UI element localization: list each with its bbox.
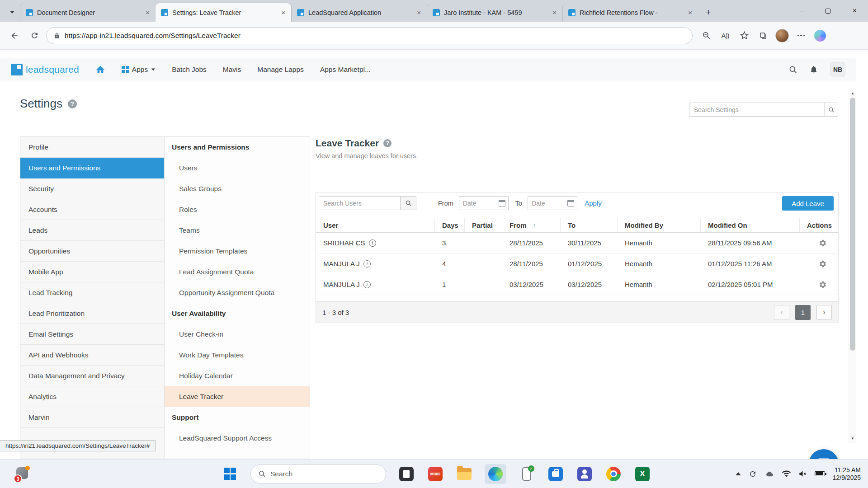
submenu-item-opportunity-assignment-quota[interactable]: Opportunity Assignment Quota	[165, 282, 310, 303]
column-user[interactable]: User	[316, 218, 435, 232]
row-actions-button[interactable]	[800, 260, 838, 268]
back-button[interactable]	[6, 28, 23, 44]
nav-mavis[interactable]: Mavis	[223, 66, 241, 74]
settings-search-input[interactable]	[689, 106, 824, 113]
battery-icon[interactable]	[815, 471, 825, 476]
sidebar-item-analytics[interactable]: Analytics	[20, 386, 164, 407]
tab-close-icon[interactable]: ×	[551, 9, 558, 16]
read-aloud-button[interactable]: A))	[717, 28, 733, 44]
scroll-down-arrow[interactable]: ▼	[849, 435, 856, 442]
taskbar-notification-area[interactable]: 3	[14, 466, 31, 483]
favorite-button[interactable]	[736, 28, 752, 44]
submenu-item-lead-assignment-quota[interactable]: Lead Assignment Quota	[165, 262, 310, 282]
submenu-item-roles[interactable]: Roles	[165, 199, 310, 220]
tab-search-button[interactable]	[5, 5, 20, 20]
sidebar-item-mobile-app[interactable]: Mobile App	[20, 262, 164, 282]
submenu-item-sales-groups[interactable]: Sales Groups	[165, 178, 310, 199]
submenu-item-teams[interactable]: Teams	[165, 220, 310, 241]
favorites-bar-button[interactable]	[755, 28, 771, 44]
calendar-icon[interactable]	[499, 200, 505, 206]
tray-chevron-up-icon[interactable]	[736, 472, 741, 475]
settings-search-button[interactable]	[824, 103, 838, 116]
row-actions-button[interactable]	[800, 239, 838, 247]
onedrive-cloud-icon[interactable]	[764, 470, 774, 478]
taskbar-app-store[interactable]	[547, 465, 564, 483]
close-button[interactable]: ×	[841, 0, 868, 22]
taskbar-search[interactable]: Search	[250, 465, 386, 483]
previous-page-button[interactable]: ‹	[774, 305, 789, 320]
from-date-input[interactable]	[463, 200, 497, 207]
taskbar-app-teams[interactable]	[576, 465, 593, 483]
sidebar-item-opportunities[interactable]: Opportunities	[20, 241, 164, 262]
search-users-input[interactable]	[319, 196, 400, 210]
column-days[interactable]: Days	[435, 218, 465, 232]
taskbar-app-notepad[interactable]	[398, 465, 415, 483]
column-to[interactable]: To	[561, 218, 618, 232]
chat-widget-button[interactable]	[809, 449, 839, 459]
submenu-item-leadsquared-support-access[interactable]: LeadSquared Support Access	[165, 428, 310, 449]
submenu-item-users[interactable]: Users	[165, 158, 310, 178]
nav-batch-jobs[interactable]: Batch Jobs	[172, 66, 207, 74]
tab-close-icon[interactable]: ×	[415, 9, 422, 16]
calendar-icon[interactable]	[567, 200, 574, 206]
submenu-item-user-check-in[interactable]: User Check-in	[165, 324, 310, 345]
bell-icon[interactable]	[809, 65, 818, 74]
to-date-input[interactable]	[532, 200, 566, 207]
submenu-item-holiday-calendar[interactable]: Holiday Calendar	[165, 366, 310, 386]
sidebar-item-lead-tracking[interactable]: Lead Tracking	[20, 282, 164, 303]
column-modified-on[interactable]: Modified On	[701, 218, 800, 232]
info-icon[interactable]: i	[369, 239, 376, 247]
submenu-item-leave-tracker[interactable]: Leave Tracker	[165, 386, 310, 407]
column-from[interactable]: From↑	[502, 218, 561, 232]
taskbar-app-excel[interactable]: X	[634, 465, 651, 483]
tab-close-icon[interactable]: ×	[144, 9, 151, 16]
sidebar-item-accounts[interactable]: Accounts	[20, 199, 164, 220]
nav-home[interactable]	[95, 65, 105, 75]
tab-jaro-institute[interactable]: Jaro Institute - KAM - 5459 ×	[427, 3, 562, 22]
column-partial[interactable]: Partial	[465, 218, 502, 232]
address-bar[interactable]: https://app-in21.leadsquared.com/Setting…	[46, 27, 693, 44]
tab-document-designer[interactable]: Document Designer ×	[20, 3, 156, 22]
copilot-button[interactable]	[812, 28, 828, 44]
search-icon[interactable]	[788, 65, 797, 74]
volume-muted-icon[interactable]	[798, 469, 807, 478]
submenu-item-permission-templates[interactable]: Permission Templates	[165, 241, 310, 262]
start-button[interactable]	[222, 465, 239, 483]
row-actions-button[interactable]	[800, 281, 838, 289]
taskbar-app-edge-active[interactable]	[485, 464, 506, 484]
tab-close-icon[interactable]: ×	[280, 9, 287, 16]
nav-apps-marketplace[interactable]: Apps Marketpl...	[320, 66, 371, 74]
taskbar-app-m365[interactable]: M365	[427, 465, 444, 483]
taskbar-app-phone-link[interactable]: ✓	[518, 465, 535, 483]
sidebar-item-data-management-privacy[interactable]: Data Management and Privacy	[20, 366, 164, 386]
zoom-button[interactable]	[698, 28, 714, 44]
reload-button[interactable]	[26, 28, 42, 44]
leadsquared-logo[interactable]: leadsquared	[11, 64, 79, 75]
new-tab-button[interactable]: +	[701, 5, 716, 20]
info-icon[interactable]: i	[363, 260, 371, 267]
tab-richfield-retentions[interactable]: Richfield Retentions Flow - ×	[562, 3, 698, 22]
settings-help-icon[interactable]: ?	[68, 99, 77, 108]
tab-leadsquared-application[interactable]: LeadSquared Application ×	[291, 3, 427, 22]
profile-button[interactable]	[774, 28, 790, 44]
next-page-button[interactable]: ›	[816, 305, 832, 320]
sidebar-item-marvin[interactable]: Marvin	[20, 407, 164, 428]
scrollbar-thumb[interactable]	[850, 98, 855, 351]
user-avatar[interactable]: NB	[830, 62, 845, 77]
nav-manage-lapps[interactable]: Manage Lapps	[257, 66, 304, 74]
settings-menu-button[interactable]	[793, 28, 809, 44]
sidebar-item-leads[interactable]: Leads	[20, 220, 164, 241]
sidebar-item-lead-prioritization[interactable]: Lead Prioritization	[20, 303, 164, 324]
sidebar-item-users-and-permissions[interactable]: Users and Permissions	[20, 158, 164, 178]
tab-close-icon[interactable]: ×	[687, 9, 693, 16]
taskbar-app-chrome[interactable]	[605, 465, 622, 483]
leave-tracker-help-icon[interactable]: ?	[383, 139, 392, 147]
nav-apps[interactable]: Apps	[122, 66, 156, 74]
page-number-button[interactable]: 1	[795, 305, 811, 320]
wifi-icon[interactable]	[782, 469, 791, 478]
sync-icon[interactable]	[749, 470, 757, 478]
tab-settings-leave-tracker[interactable]: Settings: Leave Tracker ×	[156, 3, 291, 22]
apply-link[interactable]: Apply	[585, 199, 602, 207]
minimize-button[interactable]	[788, 0, 815, 22]
sidebar-item-security[interactable]: Security	[20, 178, 164, 199]
